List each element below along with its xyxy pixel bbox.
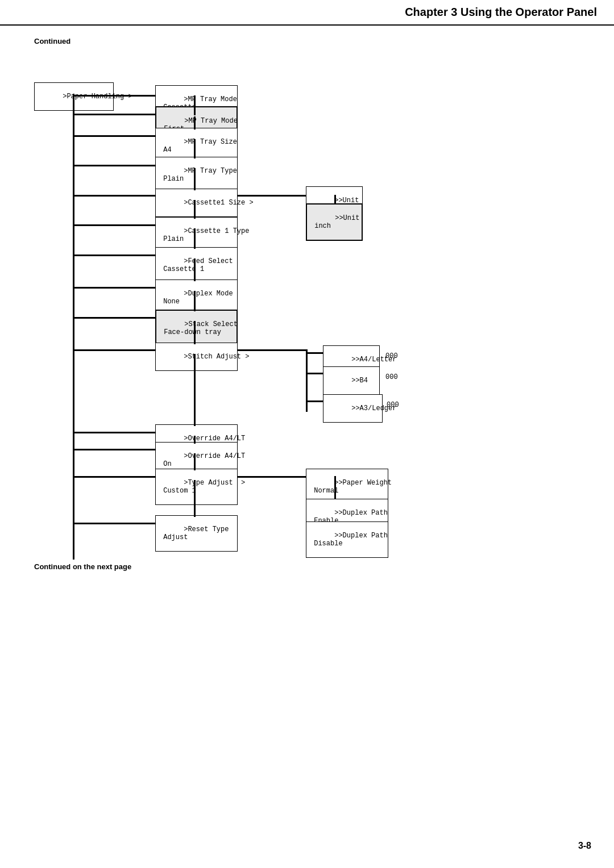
duplex-path-disable-box: >>Duplex Path Disable: [306, 521, 388, 558]
h-line-cassette1-size: [73, 195, 155, 197]
page-header: Chapter 3 Using the Operator Panel: [0, 0, 614, 26]
type-adjust-box: >Type Adjust > Custom 1: [155, 469, 238, 505]
main-trunk-line: [73, 94, 74, 560]
stitch-adjust-box: >Stitch Adjust >: [155, 343, 238, 371]
h-line-cassette1-type: [73, 224, 155, 226]
col2-gap6: [194, 258, 196, 281]
col2-gap10: [194, 453, 196, 470]
col2-override-vline: [194, 436, 196, 444]
h-line-type-adjust-right: [238, 476, 306, 478]
h-line-to-unit: [238, 195, 306, 197]
col3-unit-vline: [334, 195, 336, 205]
h-line-stack-select: [73, 317, 155, 319]
col2-gap3: [194, 168, 196, 190]
continued-next-label: Continued on the next page: [34, 562, 131, 571]
diagram: >Paper Handling > >MP Tray Mode Cassette…: [34, 51, 523, 591]
chapter-title: Chapter 3 Using the Operator Panel: [405, 6, 597, 19]
col2-gap1: [194, 116, 196, 130]
h-line-reset-type: [73, 523, 155, 524]
h-line-a4-letter: [306, 352, 323, 354]
continued-label: Continued: [34, 37, 591, 45]
h-line-mp-tray-mode-first: [73, 114, 155, 115]
col2-gap7: [194, 291, 196, 311]
h-line-override-off: [73, 432, 155, 433]
mp-tray-type-box: >MP Tray Type Plain: [155, 157, 238, 193]
h-line-mp-tray-type: [73, 165, 155, 166]
a3-ledger-value: 000: [387, 401, 399, 409]
feed-select-box: >Feed Select Cassette 1: [155, 247, 238, 283]
h-line-duplex-mode: [73, 287, 155, 289]
h-line-mp-tray-mode-cassette: [73, 95, 155, 97]
reset-type-box: >Reset Type Adjust: [155, 515, 238, 552]
stack-select-box: >Stack Select Face-down tray: [155, 310, 238, 347]
col2-gap11: [194, 480, 196, 517]
h-line-mp-tray-size: [73, 135, 155, 137]
h-line-a3-ledger: [306, 400, 323, 402]
col2-vline-1: [194, 95, 196, 115]
h-line-type-adjust: [73, 476, 155, 478]
col2-gap4: [194, 200, 196, 219]
main-content: Continued >Paper Handling > >MP Tray Mod…: [0, 26, 614, 625]
unit-inch-box: >>Unit inch: [306, 203, 363, 241]
cassette1-size-box: >Cassette1 Size >: [155, 189, 238, 217]
col2-gap9: [194, 354, 196, 426]
col2-gap2: [194, 139, 196, 158]
h-line-b4: [306, 373, 323, 374]
a3-ledger-box: >>A3/Ledger: [323, 394, 383, 423]
col2-gap5: [194, 228, 196, 249]
h-line-override-on: [73, 449, 155, 450]
b4-value: 000: [385, 373, 398, 381]
h-line-feed-select: [73, 254, 155, 256]
col2-gap8: [194, 321, 196, 344]
page-number: 3-8: [578, 841, 591, 851]
b4-box: >>B4: [323, 366, 380, 395]
col3-stitch-vline: [306, 349, 308, 412]
a4-letter-value: 000: [385, 352, 398, 360]
h-line-stitch-to-right: [238, 349, 306, 351]
h-line-stitch-adjust: [73, 349, 155, 351]
